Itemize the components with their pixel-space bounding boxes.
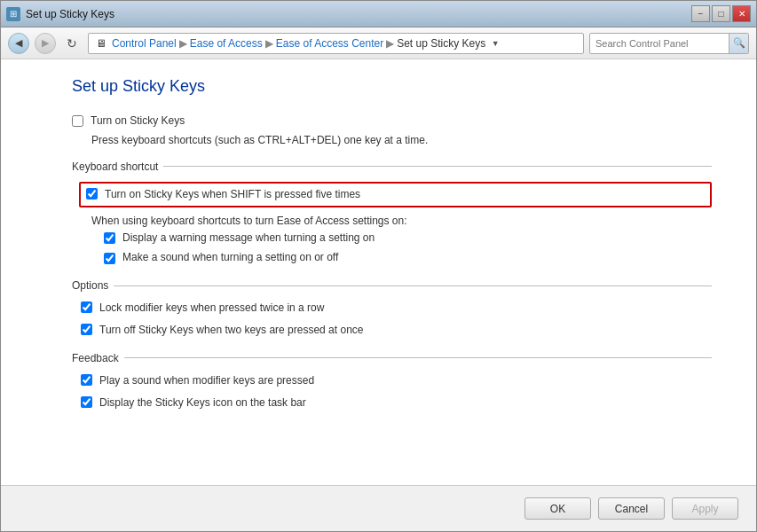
breadcrumb: 🖥 Control Panel ▶ Ease of Access ▶ Ease … — [88, 33, 584, 54]
options-checkbox-0[interactable] — [81, 301, 92, 313]
nav-bar: ◀ ▶ ↻ 🖥 Control Panel ▶ Ease of Access ▶… — [1, 27, 756, 59]
search-input[interactable] — [590, 38, 729, 49]
feedback-section-header: Feedback — [72, 352, 712, 364]
main-window: ⊞ Set up Sticky Keys − □ ✕ ◀ ▶ ↻ 🖥 Contr… — [0, 0, 757, 532]
title-bar-left: ⊞ Set up Sticky Keys — [6, 7, 114, 21]
shortcut-checkbox-row: Turn on Sticky Keys when SHIFT is presse… — [79, 182, 712, 207]
options-checkbox-1[interactable] — [81, 324, 92, 335]
breadcrumb-ease-access[interactable]: Ease of Access — [190, 37, 263, 50]
main-checkbox-row: Turn on Sticky Keys — [72, 113, 712, 129]
options-line — [114, 286, 712, 286]
footer: OK Cancel Apply — [1, 485, 756, 531]
feedback-checkbox-0[interactable] — [81, 374, 92, 386]
sticky-keys-description: Press keyboard shortcuts (such as CTRL+A… — [91, 134, 712, 146]
sub-checkbox-row-0: Display a warning message when turning a… — [104, 231, 712, 246]
minimize-button[interactable]: − — [691, 5, 710, 22]
breadcrumb-icon: 🖥 — [94, 36, 108, 51]
options-checkbox-row-0: Lock modifier keys when pressed twice in… — [81, 301, 712, 316]
title-bar: ⊞ Set up Sticky Keys − □ ✕ — [1, 1, 756, 27]
forward-button[interactable]: ▶ — [35, 33, 56, 54]
main-content: Set up Sticky Keys Turn on Sticky Keys P… — [1, 59, 756, 485]
options-label-0[interactable]: Lock modifier keys when pressed twice in… — [99, 301, 324, 316]
keyboard-shortcut-section-header: Keyboard shortcut — [72, 160, 712, 173]
page-title: Set up Sticky Keys — [72, 77, 712, 96]
options-section: Options Lock modifier keys when pressed … — [72, 279, 712, 338]
apply-button[interactable]: Apply — [672, 497, 738, 520]
refresh-button[interactable]: ↻ — [61, 33, 83, 54]
options-label: Options — [72, 279, 114, 292]
sub-checkbox-0[interactable] — [104, 232, 115, 244]
feedback-checkbox-1[interactable] — [81, 396, 92, 408]
title-buttons: − □ ✕ — [691, 5, 751, 22]
sub-label: When using keyboard shortcuts to turn Ea… — [91, 215, 712, 227]
shortcut-label[interactable]: Turn on Sticky Keys when SHIFT is presse… — [105, 187, 360, 202]
feedback-label-1[interactable]: Display the Sticky Keys icon on the task… — [99, 395, 306, 411]
keyboard-shortcut-label: Keyboard shortcut — [72, 160, 163, 173]
ok-button[interactable]: OK — [524, 497, 591, 520]
feedback-section: Feedback Play a sound when modifier keys… — [72, 352, 712, 411]
back-button[interactable]: ◀ — [8, 33, 29, 54]
feedback-label-0[interactable]: Play a sound when modifier keys are pres… — [99, 373, 314, 388]
feedback-checkbox-row-0: Play a sound when modifier keys are pres… — [81, 373, 712, 388]
shortcut-checkbox[interactable] — [86, 188, 98, 200]
feedback-line — [124, 357, 712, 358]
breadcrumb-ease-access-center[interactable]: Ease of Access Center — [276, 37, 383, 50]
sub-label-1[interactable]: Make a sound when turning a setting on o… — [122, 250, 338, 265]
maximize-button[interactable]: □ — [712, 5, 730, 22]
sub-label-0[interactable]: Display a warning message when turning a… — [122, 231, 375, 246]
options-checkbox-row-1: Turn off Sticky Keys when two keys are p… — [81, 323, 712, 338]
search-bar: 🔍 — [589, 33, 749, 54]
breadcrumb-control-panel[interactable]: Control Panel — [112, 37, 177, 50]
search-button[interactable]: 🔍 — [729, 34, 748, 53]
close-button[interactable]: ✕ — [732, 5, 751, 22]
breadcrumb-sep-3: ▶ — [386, 37, 394, 50]
breadcrumb-sticky-keys: Set up Sticky Keys — [397, 37, 485, 50]
sub-checkbox-row-1: Make a sound when turning a setting on o… — [104, 250, 712, 265]
options-label-1[interactable]: Turn off Sticky Keys when two keys are p… — [99, 323, 363, 338]
keyboard-shortcut-line — [163, 166, 712, 167]
cancel-button[interactable]: Cancel — [598, 497, 665, 520]
breadcrumb-sep-2: ▶ — [265, 37, 273, 50]
options-section-header: Options — [72, 279, 712, 292]
breadcrumb-sep-1: ▶ — [179, 37, 187, 50]
feedback-label: Feedback — [72, 352, 124, 364]
feedback-checkbox-row-1: Display the Sticky Keys icon on the task… — [81, 395, 712, 411]
sticky-keys-main-label[interactable]: Turn on Sticky Keys — [91, 113, 185, 129]
sub-checkbox-1[interactable] — [104, 253, 115, 264]
breadcrumb-dropdown[interactable]: ▼ — [487, 35, 503, 52]
window-title: Set up Sticky Keys — [26, 8, 114, 20]
sticky-keys-main-checkbox[interactable] — [72, 115, 83, 127]
window-icon: ⊞ — [6, 7, 20, 21]
